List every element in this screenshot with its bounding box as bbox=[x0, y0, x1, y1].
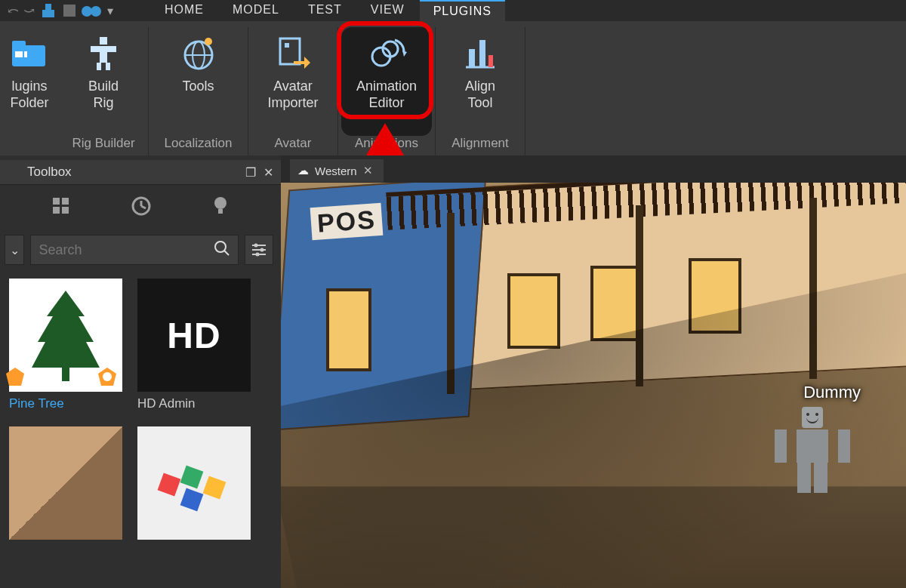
top-bar: ⤺ ⤻ ▾ HOME MODEL TEST VIEW PLUGINS bbox=[0, 0, 906, 21]
lightbulb-icon[interactable] bbox=[211, 195, 230, 220]
asset-item[interactable] bbox=[137, 426, 251, 540]
player-icon[interactable] bbox=[39, 2, 59, 19]
ribbon-group-alignment: AlignTool Alignment bbox=[436, 27, 525, 155]
search-icon[interactable] bbox=[214, 240, 230, 260]
popout-icon[interactable]: ❐ bbox=[245, 165, 256, 180]
recent-icon[interactable] bbox=[131, 195, 152, 220]
document-tab[interactable]: ☁ Western ✕ bbox=[290, 159, 384, 183]
character-label: Dummy bbox=[803, 383, 861, 402]
asset-label: Pine Tree bbox=[9, 396, 122, 411]
svg-rect-12 bbox=[106, 63, 110, 70]
toolbox-panel: Toolbox ❐ ✕ ⌄ bbox=[0, 155, 281, 588]
ribbon-group-avatar: AvatarImporter Avatar bbox=[248, 27, 338, 155]
endorsed-badge-icon bbox=[5, 366, 26, 387]
grid-icon[interactable] bbox=[51, 196, 71, 219]
dummy-character[interactable] bbox=[782, 407, 843, 497]
asset-thumb bbox=[9, 426, 122, 540]
search-input[interactable] bbox=[39, 242, 214, 258]
category-dropdown[interactable]: ⌄ bbox=[5, 235, 24, 265]
svg-rect-52 bbox=[203, 476, 226, 500]
svg-rect-1 bbox=[42, 10, 54, 17]
tools-button[interactable]: Tools bbox=[153, 27, 244, 136]
search-box[interactable] bbox=[30, 235, 239, 265]
cloud-icon: ☁ bbox=[297, 164, 309, 177]
binoculars-icon[interactable] bbox=[80, 2, 103, 19]
animation-editor-button[interactable]: AnimationEditor bbox=[341, 27, 432, 136]
svg-point-16 bbox=[205, 38, 212, 45]
svg-rect-7 bbox=[24, 51, 27, 57]
menu-tabs: HOME MODEL TEST VIEW PLUGINS bbox=[151, 0, 505, 21]
svg-rect-17 bbox=[280, 38, 300, 64]
ribbon-group-label: Avatar bbox=[275, 136, 312, 155]
svg-rect-0 bbox=[45, 4, 51, 10]
svg-line-35 bbox=[141, 206, 146, 208]
close-icon[interactable]: ✕ bbox=[263, 165, 273, 180]
ribbon-group-localization: Tools Localization bbox=[149, 27, 248, 155]
toolbox-search-row: ⌄ bbox=[0, 230, 281, 274]
svg-point-3 bbox=[91, 6, 101, 17]
svg-rect-11 bbox=[97, 63, 101, 70]
viewport-area: ☁ Western ✕ POS Dummy bbox=[281, 155, 906, 588]
ribbon-group-rigbuilder: BuildRig Rig Builder bbox=[59, 27, 149, 155]
svg-line-39 bbox=[224, 251, 229, 255]
align-tool-button[interactable]: AlignTool bbox=[439, 27, 522, 136]
quick-access-toolbar: ⤺ ⤻ ▾ bbox=[0, 2, 121, 19]
svg-rect-37 bbox=[218, 209, 223, 214]
svg-point-38 bbox=[215, 242, 226, 252]
ribbon-group-label: Animations bbox=[355, 136, 418, 155]
ribbon-group-label: Alignment bbox=[451, 136, 509, 155]
tab-view[interactable]: VIEW bbox=[357, 0, 418, 21]
tab-home[interactable]: HOME bbox=[151, 0, 217, 21]
close-tab-icon[interactable]: ✕ bbox=[363, 164, 373, 177]
endorsed-badge-icon bbox=[97, 366, 118, 387]
document-tab-label: Western bbox=[315, 165, 357, 177]
viewport-3d[interactable]: POS Dummy bbox=[281, 183, 906, 588]
qat-dropdown-icon[interactable]: ▾ bbox=[107, 4, 113, 18]
build-rig-button[interactable]: BuildRig bbox=[62, 27, 145, 136]
asset-thumb: HD bbox=[137, 279, 251, 392]
filter-button[interactable] bbox=[245, 235, 273, 265]
asset-item[interactable]: Pine Tree bbox=[9, 279, 122, 411]
svg-rect-27 bbox=[488, 55, 493, 67]
svg-rect-51 bbox=[180, 466, 204, 489]
stop-icon[interactable] bbox=[63, 5, 76, 17]
svg-point-36 bbox=[214, 197, 226, 209]
svg-point-2 bbox=[82, 6, 92, 17]
rig-icon bbox=[82, 32, 125, 74]
svg-rect-29 bbox=[53, 198, 60, 205]
svg-rect-6 bbox=[15, 51, 23, 57]
folder-icon bbox=[8, 32, 51, 74]
asset-item[interactable]: HD HD Admin bbox=[137, 279, 251, 411]
asset-label: HD Admin bbox=[137, 396, 251, 411]
toolbox-asset-grid: Pine Tree HD HD Admin bbox=[0, 274, 281, 544]
svg-rect-25 bbox=[469, 49, 475, 67]
svg-marker-23 bbox=[402, 51, 407, 57]
svg-point-44 bbox=[260, 248, 264, 252]
filter-icon bbox=[251, 243, 267, 257]
ribbon-group-pluginsfolder: luginsFolder bbox=[0, 27, 59, 155]
align-icon bbox=[459, 32, 501, 74]
ribbon-group-animations: AnimationEditor Animations bbox=[338, 27, 436, 155]
tab-plugins[interactable]: PLUGINS bbox=[420, 0, 505, 21]
toolbox-subtabs bbox=[0, 185, 281, 230]
svg-marker-47 bbox=[6, 368, 24, 386]
svg-rect-5 bbox=[12, 41, 26, 48]
scene-sign: POS bbox=[310, 203, 384, 240]
plugins-folder-button[interactable]: luginsFolder bbox=[3, 27, 56, 151]
avatar-importer-button[interactable]: AvatarImporter bbox=[251, 27, 334, 136]
avatar-importer-icon bbox=[272, 32, 314, 74]
svg-marker-46 bbox=[32, 291, 100, 381]
undo-icon[interactable]: ⤺ bbox=[8, 2, 19, 19]
tab-test[interactable]: TEST bbox=[294, 0, 356, 21]
svg-rect-10 bbox=[100, 46, 107, 63]
asset-item[interactable] bbox=[9, 426, 122, 540]
svg-point-43 bbox=[254, 244, 258, 248]
svg-rect-8 bbox=[100, 37, 107, 45]
chevron-down-icon: ⌄ bbox=[10, 243, 20, 257]
ribbon-group-label: Rig Builder bbox=[72, 136, 134, 155]
redo-icon[interactable]: ⤻ bbox=[23, 2, 35, 19]
svg-rect-26 bbox=[479, 40, 485, 67]
ribbon-group-label: Localization bbox=[165, 136, 233, 155]
svg-rect-18 bbox=[285, 43, 289, 48]
tab-model[interactable]: MODEL bbox=[219, 0, 293, 21]
